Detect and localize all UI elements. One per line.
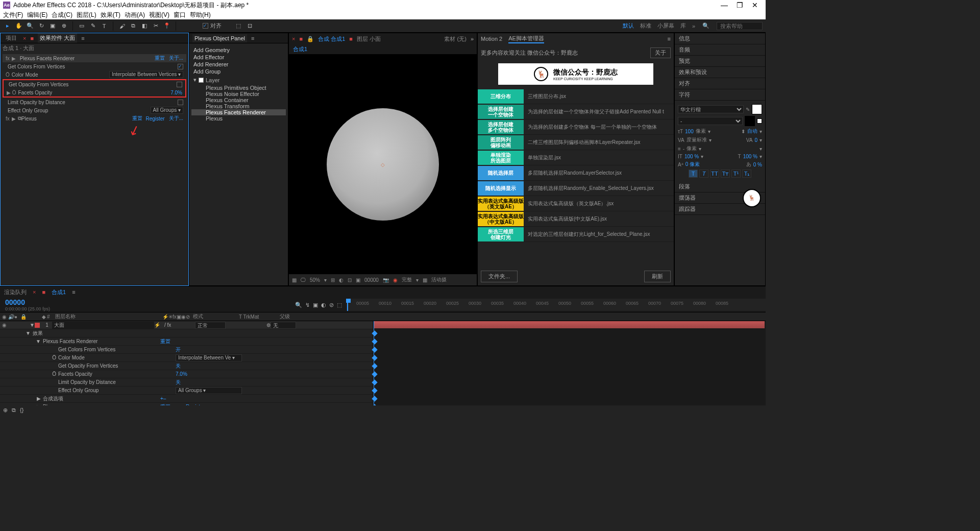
noswatch-icon[interactable] <box>757 118 762 124</box>
leading-value[interactable]: 自动 <box>747 128 757 135</box>
script-row[interactable]: 单独渲染所选图层单独渲染层.jsx <box>478 150 674 165</box>
menu-edit[interactable]: 编辑(E) <box>27 11 47 19</box>
script-row[interactable]: 选择层创建一个空物体为选择的层创建一个空物体并做父子链接Add Parented… <box>478 104 674 119</box>
plexus-add-geometry[interactable]: Add Geometry <box>191 46 286 54</box>
timeline-prop-row[interactable]: Limit Opacity by Distance关 <box>0 378 373 387</box>
timeline-tracks[interactable] <box>373 321 766 405</box>
scripts-about-button[interactable]: 关于 <box>650 47 671 58</box>
plexus-add-effector[interactable]: Add Effector <box>191 54 286 61</box>
zoom-value[interactable]: 50% <box>310 277 320 283</box>
timeline-prop-row[interactable]: ▼Plexus Facets Renderer重置 <box>0 337 373 346</box>
prop-facets-opacity-value[interactable]: 7.0% <box>170 90 182 95</box>
composition-viewer[interactable]: ◇ <box>289 54 477 274</box>
plexus-sub-transform[interactable]: Plexus Transform <box>191 103 286 109</box>
tl-icon-1[interactable]: 🔍 <box>295 302 302 308</box>
snapshot-icon[interactable]: 📷 <box>383 277 389 283</box>
scripts-refresh-button[interactable]: 刷新 <box>644 271 671 282</box>
keyframe-icon[interactable] <box>372 371 377 377</box>
effect-plexus-about[interactable]: 关于... <box>169 115 183 122</box>
panel-menu-icon[interactable]: ≡ <box>81 35 84 41</box>
tl-footer-icon1[interactable]: ⊕ <box>3 407 8 414</box>
smallcaps-button[interactable]: Tᴛ <box>721 170 730 178</box>
maximize-button[interactable]: ❐ <box>732 1 747 9</box>
hscale-value[interactable]: 100 % <box>743 154 757 159</box>
menu-comp[interactable]: 合成(C) <box>52 11 72 19</box>
comp-more-icon[interactable]: » <box>471 36 474 42</box>
workspace-small[interactable]: 小屏幕 <box>657 22 674 30</box>
menu-bar[interactable]: 文件(F) 编辑(E) 合成(C) 图层(L) 效果(T) 动画(A) 视图(V… <box>0 10 766 19</box>
plexus-sub-primitives[interactable]: Plexus Primitives Object <box>191 85 286 91</box>
script-row[interactable]: 图层阵列偏移动画二维三维图层阵列偏移动画脚本LayerRepeater.jsx <box>478 135 674 150</box>
tl-icon-4[interactable]: ◐ <box>321 302 326 308</box>
menu-help[interactable]: 帮助(H) <box>190 11 211 19</box>
menu-window[interactable]: 窗口 <box>174 11 186 19</box>
puppet-tool-icon[interactable]: 📍 <box>162 21 172 31</box>
scripts-folder-button[interactable]: 文件夹... <box>481 271 518 282</box>
script-row[interactable]: 随机选择显示多层随机选择层Randomly_Enable_Selected_La… <box>478 181 674 196</box>
effect-reset[interactable]: 重置 <box>155 55 165 62</box>
camera-tool-icon[interactable]: ▣ <box>48 21 57 31</box>
panel-wiggler[interactable]: 摆荡器 🦌 <box>675 192 765 204</box>
menu-effect[interactable]: 效果(T) <box>101 11 120 19</box>
effect-plexus-register[interactable]: Register <box>145 116 164 122</box>
font-dropdown[interactable]: 华文行楷 <box>678 105 744 113</box>
keyframe-icon[interactable] <box>372 396 377 401</box>
effect-name-renderer[interactable]: Plexus Facets Renderer <box>18 55 152 62</box>
plexus-sub-container[interactable]: Plexus Container <box>191 97 286 103</box>
comp-tab-comp[interactable]: 合成 合成1 <box>318 35 345 43</box>
prop-color-mode-dropdown[interactable]: Interpolate Between Vertices ▾ <box>109 71 183 78</box>
tl-icon-2[interactable]: ↯ <box>305 302 310 308</box>
italic-button[interactable]: T <box>699 170 708 178</box>
script-row[interactable]: 实用表达式集高级版（英文版AE）实用表达式集高级版（英文版AE）.jsx <box>478 196 674 211</box>
script-row[interactable]: 三维分布三维图层分布.jsx <box>478 89 674 104</box>
tab-effect-controls[interactable]: 效果控件 大面 <box>38 33 77 43</box>
prop-group-dropdown[interactable]: All Groups ▾ <box>151 107 183 114</box>
panel-align[interactable]: 对齐 <box>675 78 765 89</box>
plexus-sub-facets[interactable]: Plexus Facets Renderer <box>191 109 286 115</box>
timeline-layer-row[interactable]: ◉ ▼ 1 大面 ⚡/ fx 正常 ⊚ 无 <box>0 321 373 329</box>
snap-opt2-icon[interactable]: ⊡ <box>245 21 254 31</box>
panel-effects-presets[interactable]: 效果和预设 <box>675 67 765 78</box>
guides-icon[interactable]: ⊡ <box>348 277 352 283</box>
view-icon[interactable]: ▦ <box>423 277 427 283</box>
allcaps-button[interactable]: TT <box>710 170 719 178</box>
clone-tool-icon[interactable]: ⧉ <box>129 21 138 31</box>
minimize-button[interactable]: — <box>717 1 732 9</box>
tl-footer-icon3[interactable]: {} <box>20 407 23 413</box>
comp-tab-layer[interactable]: 图层 小面 <box>357 35 381 43</box>
workspace-lib[interactable]: 库 <box>680 22 686 30</box>
panel-menu-icon[interactable]: ≡ <box>251 35 254 41</box>
tl-icon-3[interactable]: ▣ <box>313 302 318 308</box>
stroke-swatch[interactable] <box>745 116 755 126</box>
comp-tab-footage[interactable]: 素材 (无) <box>444 35 466 43</box>
prop-get-colors-checkbox[interactable] <box>178 64 183 69</box>
font-size-value[interactable]: 100 <box>685 129 694 134</box>
comp-time[interactable]: 00000 <box>364 277 379 283</box>
lock-icon[interactable]: 🔒 <box>307 36 314 42</box>
eyedrop-icon[interactable]: ✎ <box>746 107 750 112</box>
plexus-sub-plexus[interactable]: Plexus <box>191 115 286 122</box>
timeline-prop-row[interactable]: ÖFacets Opacity7.0% <box>0 370 373 378</box>
anchor-tool-icon[interactable]: ⊕ <box>59 21 68 31</box>
visibility-icon[interactable]: ◉ <box>2 322 9 328</box>
workspace-standard[interactable]: 标准 <box>640 22 651 30</box>
vscale-value[interactable]: 100 % <box>684 154 699 159</box>
time-indicator[interactable] <box>347 299 348 311</box>
keyframe-icon[interactable] <box>372 355 377 360</box>
menu-layer[interactable]: 图层(L) <box>77 11 96 19</box>
timeline-prop-row[interactable]: ÖColor ModeInterpolate Between Ve ▾ <box>0 354 373 362</box>
plexus-add-renderer[interactable]: Add Renderer <box>191 61 286 68</box>
res-icon[interactable]: ⊞ <box>331 277 335 283</box>
brush-tool-icon[interactable]: 🖌 <box>117 21 127 31</box>
color-icon[interactable]: ◉ <box>393 277 398 283</box>
tl-icon-6[interactable]: ⬚ <box>337 302 342 308</box>
fill-swatch[interactable] <box>752 104 762 114</box>
keyframe-icon[interactable] <box>372 388 377 393</box>
script-row[interactable]: 随机选择层多层随机选择层RandomLayerSelector.jsx <box>478 165 674 181</box>
panel-tracker[interactable]: 跟踪器 <box>675 204 765 215</box>
layer-bar[interactable] <box>374 321 765 328</box>
current-timecode[interactable]: 00000 <box>5 298 51 306</box>
grid-icon[interactable]: ▦ <box>292 277 297 283</box>
roto-tool-icon[interactable]: ✂ <box>151 21 160 31</box>
panel-character[interactable]: 字符 <box>675 89 765 101</box>
